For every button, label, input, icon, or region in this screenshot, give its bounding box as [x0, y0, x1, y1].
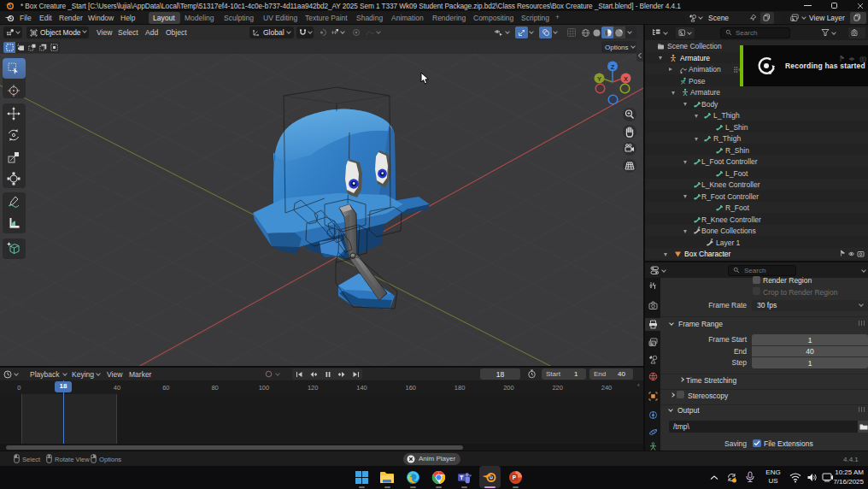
svg-text:P: P — [513, 474, 517, 480]
svg-text:Y: Y — [597, 75, 601, 83]
svg-text:Z: Z — [611, 63, 615, 71]
svg-text:X: X — [624, 75, 628, 83]
